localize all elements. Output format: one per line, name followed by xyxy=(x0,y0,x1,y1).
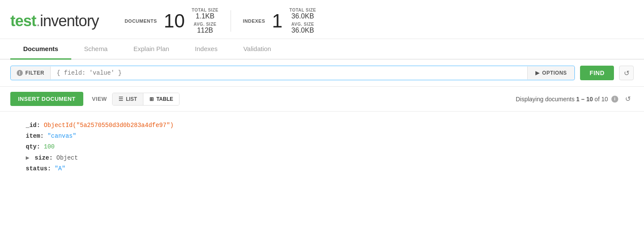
tab-validation[interactable]: Validation xyxy=(231,39,284,60)
id-value: ObjectId("5a2570550d3d0b283a4dfe97") xyxy=(44,122,173,129)
expand-size-icon[interactable]: ▶ xyxy=(26,154,29,161)
document-content: _id: ObjectId("5a2570550d3d0b283a4dfe97"… xyxy=(0,112,644,183)
header-stats: DOCUMENTS 10 TOTAL SIZE 1.1KB AVG. SIZE … xyxy=(116,8,634,34)
title-inventory: inventory xyxy=(40,12,99,30)
header: test.inventory DOCUMENTS 10 TOTAL SIZE 1… xyxy=(0,0,644,39)
tab-explain-plan[interactable]: Explain Plan xyxy=(121,39,182,60)
total-size-docs-item: TOTAL SIZE 1.1KB xyxy=(191,8,218,20)
indexes-count: 1 xyxy=(272,12,283,30)
field-qty: qty: 100 xyxy=(26,142,634,152)
avg-size-docs-value: 112B xyxy=(197,27,213,34)
total-size-indexes-label: TOTAL SIZE xyxy=(289,8,316,12)
size-value: Object xyxy=(56,154,78,161)
list-view-button[interactable]: ☰ LIST xyxy=(112,93,143,105)
status-key: status: xyxy=(26,165,51,172)
insert-document-button[interactable]: INSERT DOCUMENT xyxy=(10,92,83,106)
avg-size-docs-label: AVG. SIZE xyxy=(194,22,216,27)
total-size-docs-value: 1.1KB xyxy=(196,12,215,20)
total-size-indexes-value: 36.0KB xyxy=(292,12,314,20)
total-size-docs-label: TOTAL SIZE xyxy=(191,8,218,12)
avg-size-indexes-label: AVG. SIZE xyxy=(291,22,314,27)
count-info-icon[interactable]: i xyxy=(611,96,618,103)
table-view-button[interactable]: ⊞ TABLE xyxy=(143,93,179,105)
qty-value: 100 xyxy=(44,143,55,150)
documents-stat-group: DOCUMENTS 10 TOTAL SIZE 1.1KB AVG. SIZE … xyxy=(125,8,219,34)
indexes-sub-stats: TOTAL SIZE 36.0KB AVG. SIZE 36.0KB xyxy=(289,8,316,34)
field-size: ▶ size: Object xyxy=(26,153,634,163)
find-button[interactable]: FIND xyxy=(580,66,614,80)
filter-label: FILTER xyxy=(25,70,44,76)
tab-bar: Documents Schema Explain Plan Indexes Va… xyxy=(0,39,644,60)
document-toolbar: INSERT DOCUMENT VIEW ☰ LIST ⊞ TABLE Disp… xyxy=(0,87,644,112)
status-value: "A" xyxy=(55,165,65,172)
list-label: LIST xyxy=(126,96,137,102)
reset-icon: ↺ xyxy=(624,69,629,77)
documents-label: DOCUMENTS xyxy=(125,18,157,24)
options-button[interactable]: ▶ OPTIONS xyxy=(527,67,574,79)
refresh-button[interactable]: ↺ xyxy=(622,93,634,105)
document-count: Displaying documents 1 – 10 of 10 i ↺ xyxy=(516,93,634,105)
view-toggle: ☰ LIST ⊞ TABLE xyxy=(112,93,179,106)
reset-button[interactable]: ↺ xyxy=(619,66,634,80)
list-icon: ☰ xyxy=(118,96,123,102)
displaying-text: Displaying documents 1 – 10 of 10 xyxy=(516,96,608,103)
item-value: "canvas" xyxy=(47,133,76,139)
filter-toolbar: i FILTER ▶ OPTIONS FIND ↺ xyxy=(0,60,644,87)
total-size-indexes-item: TOTAL SIZE 36.0KB xyxy=(289,8,316,20)
title-test: test xyxy=(10,12,36,30)
avg-size-indexes-value: 36.0KB xyxy=(292,27,314,34)
avg-size-indexes-item: AVG. SIZE 36.0KB xyxy=(289,22,316,34)
tab-indexes[interactable]: Indexes xyxy=(182,39,231,60)
field-status: status: "A" xyxy=(26,163,634,174)
indexes-label: INDEXES xyxy=(243,18,265,24)
tab-schema[interactable]: Schema xyxy=(71,39,121,60)
filter-section: i FILTER ▶ OPTIONS xyxy=(10,66,575,80)
table-label: TABLE xyxy=(156,96,173,102)
app-title: test.inventory xyxy=(10,13,99,29)
field-item: item: "canvas" xyxy=(26,131,634,142)
size-key: size: xyxy=(35,154,53,161)
options-arrow-icon: ▶ xyxy=(535,70,540,76)
item-key: item: xyxy=(26,133,44,139)
table-icon: ⊞ xyxy=(149,96,154,102)
id-key: _id: xyxy=(26,122,40,129)
filter-input[interactable] xyxy=(51,66,527,80)
stat-divider xyxy=(231,10,231,32)
documents-sub-stats: TOTAL SIZE 1.1KB AVG. SIZE 112B xyxy=(191,8,218,34)
qty-key: qty: xyxy=(26,143,40,150)
tab-documents[interactable]: Documents xyxy=(10,39,71,60)
view-label: VIEW xyxy=(92,96,107,102)
avg-size-docs-item: AVG. SIZE 112B xyxy=(191,22,218,34)
documents-count: 10 xyxy=(164,12,185,30)
field-id: _id: ObjectId("5a2570550d3d0b283a4dfe97"… xyxy=(26,120,634,131)
options-label: OPTIONS xyxy=(542,70,567,76)
indexes-stat-group: INDEXES 1 TOTAL SIZE 36.0KB AVG. SIZE 36… xyxy=(243,8,316,34)
filter-info-icon: i xyxy=(17,70,23,76)
filter-button[interactable]: i FILTER xyxy=(11,67,51,79)
title-dot: . xyxy=(36,12,40,30)
